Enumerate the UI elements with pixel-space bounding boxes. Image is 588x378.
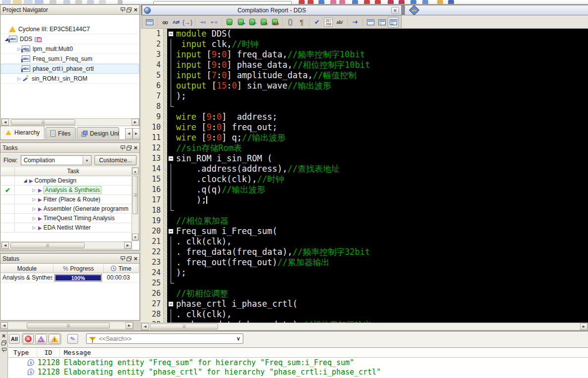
task-row-timequest-timing-analysis[interactable]: ▷▶TimeQuest Timing Analysis (1, 214, 132, 223)
report-settings-icon[interactable] (144, 17, 155, 28)
scroll-left-icon[interactable]: ◀ (141, 323, 149, 330)
message-row[interactable]: i12128Elaborating entity "Freq_sum" for … (8, 358, 588, 367)
pane-split-icon[interactable] (376, 17, 387, 28)
scroll-left-icon[interactable]: ◀ (125, 128, 133, 139)
progress-column-label: Progress (70, 265, 94, 272)
fold-toggle-icon[interactable] (167, 226, 175, 236)
flag-messages-button[interactable]: ✎ (67, 334, 78, 344)
warning-icon (5, 130, 11, 135)
outdent-icon[interactable]: ⇤≡ (209, 17, 220, 28)
tasks-header[interactable]: Tasks × (0, 143, 139, 153)
close-icon[interactable]: × (2, 333, 6, 338)
project-navigator-header[interactable]: Project Navigator × (0, 5, 139, 15)
fold-toggle-icon[interactable] (167, 299, 175, 309)
pin-icon[interactable] (1, 347, 6, 353)
message-search-box[interactable]: <<Search>> ∨ (86, 333, 243, 344)
expander-icon[interactable]: ◢ (23, 178, 28, 183)
replace-icon[interactable]: A⇄ (171, 17, 181, 28)
scroll-down-icon[interactable]: ▼ (132, 234, 138, 240)
bookmark-prev-icon[interactable]: ↶ (247, 17, 258, 28)
bookmark-delete-icon[interactable]: ✕ (258, 17, 269, 28)
status-header[interactable]: Status × (0, 254, 139, 264)
float-icon[interactable] (127, 145, 132, 150)
pin-icon[interactable] (120, 7, 125, 12)
jump-icon[interactable]: ⇢ (350, 17, 361, 28)
script-icon[interactable]: ¶ (296, 17, 307, 28)
float-icon[interactable] (1, 340, 6, 345)
task-row-analysis-synthesis[interactable]: ✔▷▶Analysis & Synthesis (1, 186, 132, 195)
task-row-eda-netlist-writer[interactable]: ▷▶EDA Netlist Writer (1, 223, 132, 233)
fold-toggle-icon[interactable] (167, 153, 175, 164)
chevron-down-icon[interactable]: ∨ (236, 335, 240, 342)
pin-icon[interactable] (120, 256, 125, 261)
scroll-right-icon[interactable]: ▶ (580, 323, 588, 330)
tree-item-cyclone-iii-ep3c5e144c7[interactable]: Cyclone III: EP3C5E144C7 (1, 24, 139, 34)
goto-icon[interactable]: {→} (182, 17, 193, 28)
quill-icon: ✎ (69, 335, 76, 343)
close-icon[interactable]: ✕ (391, 7, 399, 14)
pane-single-icon[interactable] (365, 17, 376, 28)
message-row[interactable]: i12128Elaborating entity "phase_crtl" fo… (8, 367, 588, 377)
attach-icon[interactable] (285, 17, 296, 28)
bookmark-delete-all-icon[interactable]: ✕✕ (270, 17, 280, 28)
spell-check-icon[interactable]: ✔ (312, 17, 322, 28)
status-title: Status (2, 255, 120, 262)
filter-errors-button[interactable]: ✕ (23, 334, 34, 344)
scroll-right-icon[interactable]: ▶ (132, 119, 139, 126)
dds-file-titlebar[interactable]: abc DDS.v (405, 5, 588, 15)
filter-all-button[interactable]: All (9, 334, 20, 344)
tree-item-freq-sum-i-freq-sum[interactable]: abcFreq_sum:i_Freq_sum (1, 54, 139, 64)
scroll-right-icon[interactable]: ▶ (126, 322, 133, 329)
task-row-fitter-place-route-[interactable]: ▷▶Fitter (Place & Route) (1, 195, 132, 204)
expander-icon[interactable]: ▷ (32, 188, 37, 192)
editor-hscrollbar[interactable]: ◀ ☰ ▶ (141, 323, 588, 331)
scroll-left-icon[interactable]: ◀ (0, 322, 8, 329)
tab-design-units[interactable]: Design Units (77, 127, 119, 139)
scroll-up-icon[interactable]: ▲ (132, 168, 138, 175)
indent-icon[interactable]: ⇥≡ (197, 17, 208, 28)
scroll-left-icon[interactable]: ◀ (1, 119, 9, 126)
comment-icon[interactable]: ab/ (334, 17, 345, 28)
code-line-12: 12//sin存储Rom表 (141, 143, 588, 153)
compilation-report-titlebar[interactable]: Compilation Report - DDS ✕ (142, 5, 402, 15)
scroll-left-icon[interactable]: ◀ (1, 242, 9, 249)
hierarchy-tree[interactable]: Cyclone III: EP3C5E144C7◢abcDDS▷abclpm_m… (1, 15, 139, 118)
code-editor[interactable]: 1module DDS(2 input clk,//时钟3input [9:0]… (141, 29, 588, 323)
tasks-vscrollbar[interactable]: ▲ ☰ ▼ (132, 167, 139, 241)
float-icon[interactable] (127, 256, 132, 261)
close-icon[interactable]: × (134, 7, 137, 12)
tasks-hscrollbar[interactable]: ◀ ☰ ▶ (1, 241, 132, 249)
tree-item-phase-crtl-i-phase-crtl[interactable]: abcphase_crtl:i_phase_crtl (1, 64, 139, 74)
line-number: 16 (141, 185, 161, 195)
tree-item-lpm-mult-mult0[interactable]: ▷abclpm_mult:Mult0 (1, 44, 139, 54)
bookmark-next-icon[interactable]: ↷ (235, 17, 246, 28)
pin-icon[interactable] (120, 145, 125, 150)
task-list[interactable]: ◢▶Compile Design✔▷▶Analysis & Synthesis▷… (1, 176, 132, 241)
left-dock-hscrollbar[interactable]: ◀ ☰ ▶ (0, 322, 134, 330)
pane-list-icon[interactable] (388, 17, 399, 28)
tree-item-sin-rom-i-sin-rom[interactable]: ▷sin_ROM:i_sin_ROM (1, 74, 139, 84)
filter-warnings-button[interactable] (48, 334, 60, 344)
task-row-assembler-generate-programm[interactable]: ▷▶Assembler (Generate programm (1, 204, 132, 214)
customize-button[interactable]: Customize... (94, 155, 136, 165)
line-counter-icon[interactable]: 267268 (323, 17, 334, 28)
find-icon[interactable]: oo (159, 17, 170, 28)
tab-hierarchy[interactable]: Hierarchy (0, 126, 45, 139)
scroll-right-icon[interactable]: ▶ (124, 242, 132, 249)
fold-toggle-icon[interactable] (167, 29, 175, 39)
scroll-right-icon[interactable]: ▶ (133, 128, 140, 139)
close-icon[interactable]: × (134, 145, 137, 150)
expander-icon[interactable]: ▷ (32, 225, 37, 230)
filter-critical-warnings-button[interactable] (35, 334, 47, 344)
close-icon[interactable]: × (134, 256, 137, 261)
bookmark-icon[interactable] (224, 17, 235, 28)
float-icon[interactable] (127, 7, 132, 12)
expander-icon[interactable]: ▷ (32, 216, 37, 221)
expander-icon[interactable]: ▷ (32, 197, 37, 202)
expander-icon[interactable]: ▷ (17, 76, 22, 81)
expander-icon[interactable]: ▷ (32, 206, 37, 211)
tree-item-dds[interactable]: ◢abcDDS (1, 34, 139, 44)
flow-select[interactable]: Compilation ▼ (21, 155, 92, 165)
tab-files[interactable]: Files (45, 127, 75, 139)
task-row-compile-design[interactable]: ◢▶Compile Design (1, 176, 132, 186)
